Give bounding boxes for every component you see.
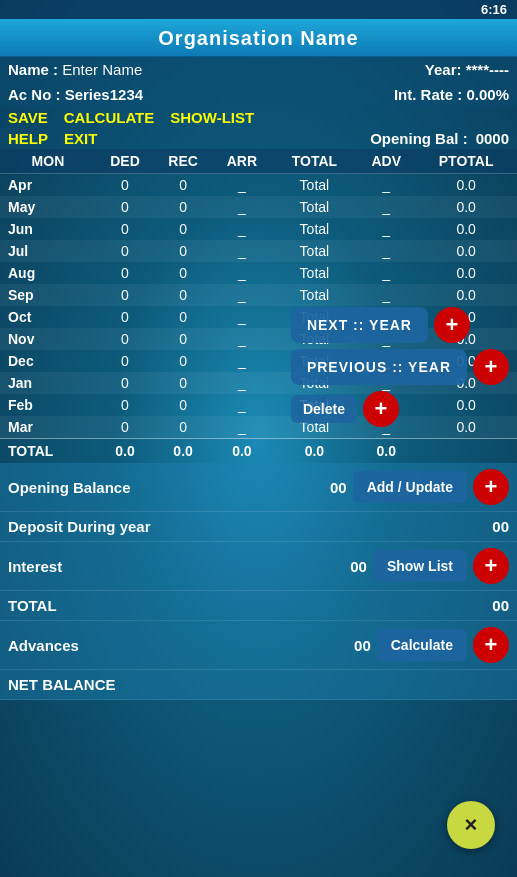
total-label: TOTAL [8,597,57,614]
previous-year-button[interactable]: PREVIOUS :: YEAR [291,349,467,385]
info-row-1: Name : Enter Name Year: ****---- [0,57,517,82]
bottom-section: Opening Balance 00 Add / Update + Deposi… [0,463,517,700]
ac-no-field: Ac No : Series1234 [8,86,143,103]
total-row: TOTAL 00 [0,591,517,621]
advances-row: Advances 00 Calculate + [0,621,517,670]
close-fab-button[interactable]: × [447,801,495,849]
opening-balance-value: 00 [330,479,347,496]
opening-balance-row: Opening Balance 00 Add / Update + [0,463,517,512]
calculate-plus-button[interactable]: + [473,627,509,663]
app-header: Organisation Name [0,19,517,57]
help-button[interactable]: HELP [8,130,48,147]
advances-value: 00 [354,637,371,654]
delete-row: Delete + [291,391,509,427]
total-value: 00 [492,597,509,614]
year-field: Year: ****---- [425,61,509,78]
calculate-action-button[interactable]: Calculate [377,629,467,661]
col-adv: ADV [357,149,415,174]
main-table-area: MON DED REC ARR TOTAL ADV PTOTAL Apr 0 0… [0,149,517,463]
toolbar-row-1: SAVE CALCULATE SHOW-LIST [0,107,517,128]
net-balance-row: NET BALANCE [0,670,517,700]
save-button[interactable]: SAVE [8,109,48,126]
add-update-plus-button[interactable]: + [473,469,509,505]
interest-row: Interest 00 Show List + [0,542,517,591]
table-row[interactable]: Jul 0 0 _ Total _ 0.0 [0,240,517,262]
info-row-2: Ac No : Series1234 Int. Rate : 0.00% [0,82,517,107]
table-total-row: TOTAL 0.0 0.0 0.0 0.0 0.0 [0,439,517,464]
table-row[interactable]: Jun 0 0 _ Total _ 0.0 [0,218,517,240]
col-mon: MON [0,149,96,174]
col-rec: REC [154,149,212,174]
next-year-row: NEXT :: YEAR + [291,307,509,343]
calculate-button[interactable]: CALCULATE [64,109,155,126]
exit-button[interactable]: EXIT [64,130,97,147]
next-year-plus-button[interactable]: + [434,307,470,343]
deposit-value: 00 [492,518,509,535]
next-year-button[interactable]: NEXT :: YEAR [291,307,428,343]
delete-plus-button[interactable]: + [363,391,399,427]
prev-year-row: PREVIOUS :: YEAR + [291,349,509,385]
table-row[interactable]: Aug 0 0 _ Total _ 0.0 [0,262,517,284]
col-arr: ARR [212,149,271,174]
name-field: Name : Enter Name [8,61,142,78]
status-time: 6:16 [481,2,507,17]
opening-balance-label: Opening Balance [8,479,131,496]
toolbar-row-2: HELP EXIT Opening Bal : 0000 [0,128,517,149]
show-list-plus-button[interactable]: + [473,548,509,584]
delete-button[interactable]: Delete [291,395,357,423]
table-row[interactable]: Sep 0 0 _ Total _ 0.0 [0,284,517,306]
previous-year-plus-button[interactable]: + [473,349,509,385]
header-title: Organisation Name [158,27,358,49]
int-rate-field: Int. Rate : 0.00% [394,86,509,103]
table-row[interactable]: Apr 0 0 _ Total _ 0.0 [0,174,517,197]
opening-bal-value: 0000 [476,130,509,147]
deposit-row: Deposit During year 00 [0,512,517,542]
table-header-row: MON DED REC ARR TOTAL ADV PTOTAL [0,149,517,174]
opening-bal-label: Opening Bal : [370,130,468,147]
col-ded: DED [96,149,154,174]
show-list-button[interactable]: SHOW-LIST [170,109,254,126]
interest-value: 00 [350,558,367,575]
table-row[interactable]: May 0 0 _ Total _ 0.0 [0,196,517,218]
advances-label: Advances [8,637,79,654]
net-balance-label: NET BALANCE [8,676,116,693]
col-ptotal: PTOTAL [415,149,517,174]
col-total: TOTAL [272,149,358,174]
add-update-button[interactable]: Add / Update [353,471,467,503]
deposit-label: Deposit During year [8,518,151,535]
interest-label: Interest [8,558,62,575]
show-list-action-button[interactable]: Show List [373,550,467,582]
